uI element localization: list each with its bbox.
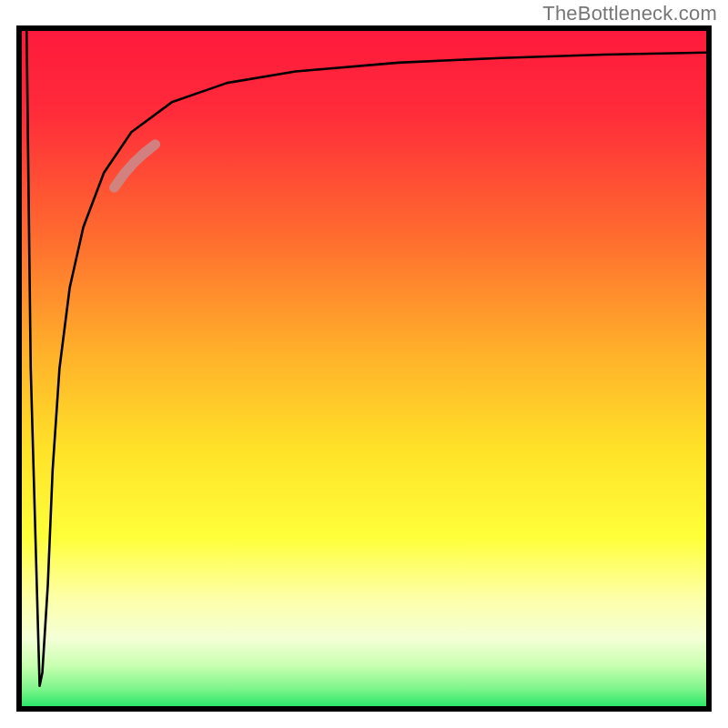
plot-area — [16, 25, 712, 712]
main-curve — [26, 31, 706, 686]
highlight-segment — [115, 145, 156, 187]
watermark-text: TheBottleneck.com — [542, 2, 717, 25]
curve-layer — [22, 31, 706, 706]
chart-container: TheBottleneck.com — [0, 0, 728, 728]
